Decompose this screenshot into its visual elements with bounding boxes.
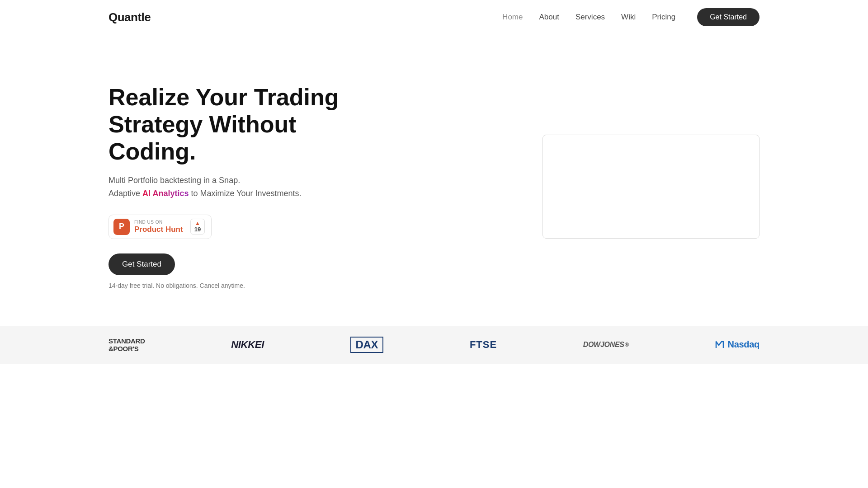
nasdaq-icon <box>715 340 725 350</box>
ph-votes-badge: ▲ 19 <box>190 219 205 235</box>
hero-left: Realize Your Trading Strategy Without Co… <box>108 84 380 290</box>
nav-services[interactable]: Services <box>576 13 605 22</box>
brand-nikkei: NIKKEI <box>231 339 264 351</box>
nav-home[interactable]: Home <box>502 13 523 22</box>
ph-vote-count: 19 <box>194 226 201 233</box>
ph-name-label: Product Hunt <box>134 225 183 234</box>
nav-about[interactable]: About <box>539 13 559 22</box>
nav-wiki[interactable]: Wiki <box>621 13 636 22</box>
nav-pricing[interactable]: Pricing <box>652 13 675 22</box>
product-hunt-icon: P <box>113 219 130 235</box>
ph-find-us-label: FIND US ON <box>134 220 183 225</box>
hero-suffix: to Maximize Your Investments. <box>191 189 301 198</box>
hero-section: Realize Your Trading Strategy Without Co… <box>0 34 868 326</box>
brand-ftse: FTSE <box>470 339 497 351</box>
hero-ai-highlight: AI Analytics <box>142 189 189 198</box>
nav-links: Home About Services Wiki Pricing Get Sta… <box>502 8 760 26</box>
brand-standard-poors: STANDARD&POOR'S <box>108 337 145 352</box>
hero-adaptive: Adaptive <box>108 189 140 198</box>
product-hunt-badge[interactable]: P FIND US ON Product Hunt ▲ 19 <box>108 215 212 239</box>
ph-arrow-icon: ▲ <box>195 221 200 226</box>
brand-dowjones: DOWJONES ® <box>583 341 629 349</box>
logo[interactable]: Quantle <box>108 10 151 24</box>
nav-get-started-button[interactable]: Get Started <box>697 8 760 26</box>
brand-dax: DAX <box>350 337 384 353</box>
hero-title: Realize Your Trading Strategy Without Co… <box>108 84 380 165</box>
hero-disclaimer: 14-day free trial. No obligations. Cance… <box>108 282 245 289</box>
hero-get-started-button[interactable]: Get Started <box>108 253 175 275</box>
navbar: Quantle Home About Services Wiki Pricing… <box>0 0 868 34</box>
hero-subtitle-line1: Multi Portfolio backtesting in a Snap. <box>108 176 240 185</box>
product-hunt-text: FIND US ON Product Hunt <box>134 220 183 234</box>
brands-bar: STANDARD&POOR'S NIKKEI DAX FTSE DOWJONES… <box>0 326 868 364</box>
hero-subtitle: Multi Portfolio backtesting in a Snap. A… <box>108 174 380 200</box>
brand-nasdaq: Nasdaq <box>715 339 759 350</box>
hero-media-placeholder <box>542 135 760 239</box>
